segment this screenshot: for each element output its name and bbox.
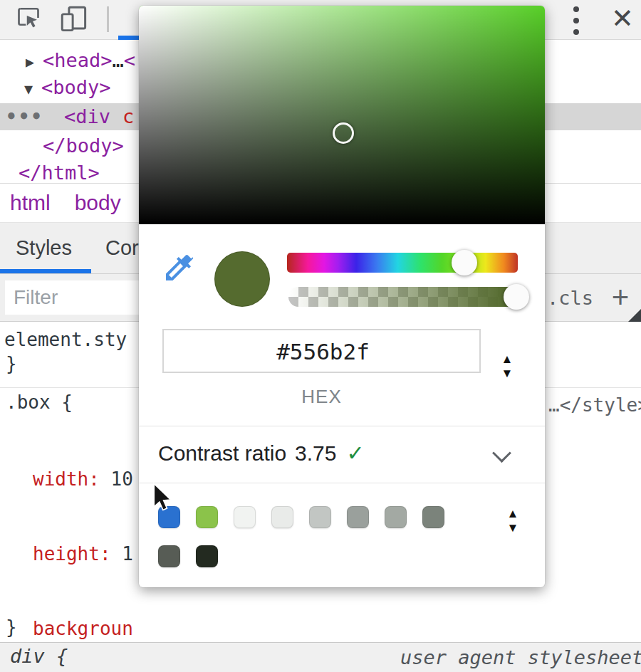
expand-arrow-icon[interactable]: ▶ — [26, 48, 43, 75]
tree-row-body-close[interactable]: </body> — [43, 132, 124, 159]
collapse-arrow-icon[interactable]: ▼ — [24, 75, 41, 103]
palette-swatch-black[interactable] — [196, 545, 218, 567]
contrast-ratio-text: Contrast ratio3.75✓ — [158, 441, 365, 466]
toolbar-separator — [107, 6, 109, 32]
palette-swatch-mid-gray[interactable] — [347, 506, 369, 528]
palette-pager-spinner[interactable]: ▲ ▼ — [501, 507, 525, 535]
hex-input[interactable] — [164, 330, 482, 373]
tab-computed[interactable]: Cor — [105, 223, 139, 273]
more-options-menu-button[interactable] — [570, 6, 582, 35]
tree-row-head[interactable]: ▶<head>…< — [26, 47, 135, 74]
palette-swatch-mid-gray2[interactable] — [385, 506, 407, 528]
contrast-label: Contrast ratio — [158, 441, 286, 465]
tree-row-body[interactable]: ▼<body> — [24, 74, 111, 101]
palette-swatch-green[interactable] — [196, 506, 218, 528]
breadcrumb-html[interactable]: html — [10, 191, 51, 215]
rule-source-link[interactable]: …</style> — [548, 394, 641, 416]
tab-styles[interactable]: Styles — [16, 223, 72, 273]
spinner-up-icon[interactable]: ▲ — [501, 352, 514, 367]
head-close-tag-partial: < — [124, 49, 135, 71]
palette-swatch-dark-gray[interactable] — [422, 506, 444, 528]
spinner-down-icon[interactable]: ▼ — [507, 521, 519, 535]
current-color-circle — [214, 251, 270, 307]
kebab-dot — [573, 29, 579, 35]
toggle-element-classes-button[interactable]: .cls — [547, 274, 593, 321]
rule-selector[interactable]: .box { — [6, 392, 73, 413]
ua-rule-selector: div { — [10, 645, 68, 667]
color-format-spinner[interactable]: ▲ ▼ — [495, 352, 519, 380]
eyedropper-icon[interactable] — [162, 251, 196, 285]
spinner-down-icon[interactable]: ▼ — [501, 367, 514, 381]
head-open-tag: <head> — [43, 49, 113, 71]
spinner-up-icon[interactable]: ▲ — [507, 507, 519, 521]
kebab-dot — [573, 6, 579, 12]
property-name[interactable]: backgroun — [33, 618, 133, 639]
palette-section: ▲ ▼ — [139, 483, 545, 587]
hex-input-box — [162, 329, 481, 373]
hex-format-label: HEX — [162, 386, 481, 408]
property-name[interactable]: height: — [33, 543, 111, 565]
css-property-background[interactable]: backgroun — [33, 616, 211, 641]
body-open-tag: <body> — [41, 76, 111, 98]
breadcrumb-body[interactable]: body — [75, 191, 121, 215]
saturation-value-gradient[interactable] — [139, 6, 545, 224]
html-close-tag: </html> — [19, 162, 100, 184]
color-picker-popup: ▲ ▼ HEX Contrast ratio3.75✓ ▲ ▼ — [139, 6, 545, 587]
contrast-section[interactable]: Contrast ratio3.75✓ — [139, 426, 545, 483]
gradient-black-overlay — [139, 6, 545, 224]
devtools-window: ✕ ▶<head>…< ▼<body> ••• <divc </body> </… — [0, 0, 641, 672]
element-style-selector[interactable]: element.sty — [4, 329, 127, 350]
hue-slider-knob[interactable] — [452, 250, 477, 275]
div-attr-partial: c — [123, 105, 134, 127]
div-open-tag: <div — [64, 105, 110, 127]
body-close-tag: </body> — [43, 135, 124, 157]
ua-stylesheet-label: user agent stylesheet — [400, 646, 641, 668]
close-devtools-button[interactable]: ✕ — [605, 0, 640, 37]
palette-swatch-white[interactable] — [234, 506, 256, 528]
corner-resize-grip — [628, 309, 641, 322]
device-toolbar-icon[interactable] — [58, 4, 88, 33]
palette-swatch-blue[interactable] — [158, 506, 180, 528]
contrast-value: 3.75 — [295, 441, 336, 465]
alpha-slider[interactable] — [288, 287, 524, 307]
kebab-dot — [573, 18, 579, 23]
color-position-ring[interactable] — [333, 122, 354, 144]
gutter-dots-icon[interactable]: ••• — [6, 103, 43, 130]
contrast-pass-check-icon: ✓ — [346, 441, 364, 465]
property-value[interactable]: 1 — [111, 543, 133, 565]
palette-swatch-light-gray[interactable] — [271, 506, 293, 528]
chevron-down-icon[interactable] — [492, 443, 511, 463]
hue-slider[interactable] — [287, 253, 518, 273]
palette-swatch-gray[interactable] — [309, 506, 331, 528]
head-ellipsis[interactable]: … — [113, 49, 124, 71]
property-value[interactable]: 10 — [100, 468, 133, 490]
inspect-element-icon[interactable] — [16, 5, 41, 31]
element-style-close-brace: } — [6, 353, 17, 374]
user-agent-rule-bar: div { user agent stylesheet — [0, 642, 641, 672]
alpha-slider-knob[interactable] — [504, 284, 529, 310]
palette-swatch-charcoal[interactable] — [158, 545, 180, 567]
property-name[interactable]: width: — [33, 468, 100, 490]
rule-close-brace: } — [6, 616, 17, 638]
